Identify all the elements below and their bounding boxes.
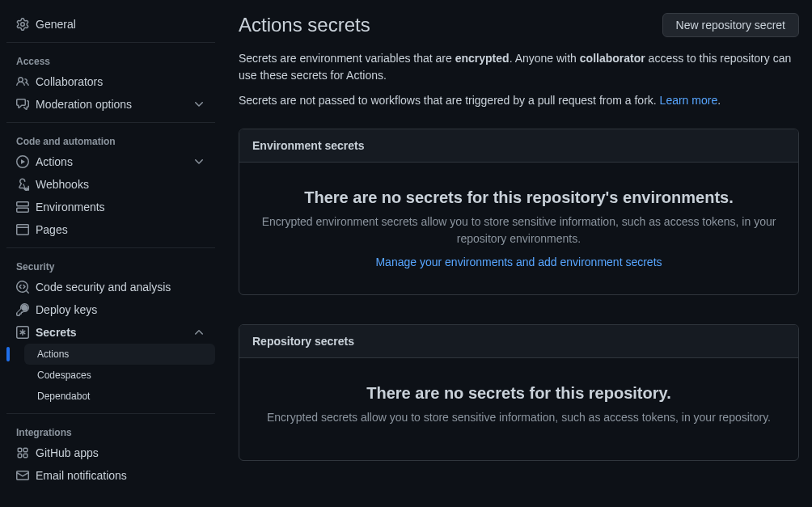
server-icon (16, 201, 29, 213)
sidebar-item-label: General (36, 18, 205, 31)
sidebar-item-codesecurity[interactable]: Code security and analysis (6, 276, 215, 298)
chevron-up-icon (192, 326, 205, 339)
sidebar-item-email[interactable]: Email notifications (6, 464, 215, 487)
panel-body: There are no secrets for this repository… (239, 358, 798, 460)
sidebar-item-label: Moderation options (36, 98, 186, 111)
sidebar-item-label: Pages (36, 223, 205, 236)
sidebar-item-label: Environments (36, 201, 205, 213)
page-header: Actions secrets New repository secret (239, 13, 799, 37)
main-content: Actions secrets New repository secret Se… (222, 0, 812, 507)
learn-more-link[interactable]: Learn more (660, 94, 718, 107)
comment-discussion-icon (16, 98, 29, 111)
sidebar-item-secrets[interactable]: Secrets (6, 321, 215, 344)
codescan-icon (16, 281, 29, 294)
sidebar-item-label: Collaborators (36, 75, 205, 88)
divider (6, 122, 215, 123)
settings-sidebar: General Access Collaborators Moderation … (0, 0, 222, 507)
sidebar-group-code: Code and automation (6, 129, 215, 150)
sidebar-group-security: Security (6, 255, 215, 276)
sidebar-item-collaborators[interactable]: Collaborators (6, 70, 215, 93)
sidebar-item-label: Actions (36, 155, 186, 168)
empty-desc: Encrypted secrets allow you to store sen… (259, 409, 779, 426)
environment-secrets-panel: Environment secrets There are no secrets… (239, 129, 799, 295)
sidebar-item-ghapps[interactable]: GitHub apps (6, 442, 215, 464)
sidebar-item-environments[interactable]: Environments (6, 196, 215, 218)
sidebar-subitem-dependabot[interactable]: Dependabot (24, 386, 215, 407)
webhook-icon (16, 178, 29, 191)
sidebar-item-general[interactable]: General (6, 13, 215, 36)
sidebar-item-actions[interactable]: Actions (6, 150, 215, 173)
empty-title: There are no secrets for this repository… (259, 188, 779, 207)
manage-environments-link[interactable]: Manage your environments and add environ… (375, 256, 662, 268)
key-icon (16, 303, 29, 316)
page-title: Actions secrets (239, 14, 370, 36)
intro-paragraph-2: Secrets are not passed to workflows that… (239, 92, 799, 109)
browser-icon (16, 223, 29, 236)
repository-secrets-panel: Repository secrets There are no secrets … (239, 324, 799, 461)
sidebar-group-access: Access (6, 49, 215, 70)
sidebar-item-label: Email notifications (36, 469, 205, 482)
sidebar-item-label: Deploy keys (36, 303, 205, 316)
sidebar-item-label: Code security and analysis (36, 281, 205, 294)
empty-desc: Encrypted environment secrets allow you … (259, 213, 779, 247)
sidebar-group-integrations: Integrations (6, 420, 215, 442)
mail-icon (16, 469, 29, 482)
sidebar-item-label: Secrets (36, 326, 186, 339)
key-asterisk-icon (16, 326, 29, 339)
sidebar-item-moderation[interactable]: Moderation options (6, 93, 215, 116)
panel-header: Environment secrets (239, 129, 798, 163)
secrets-sub-items: Actions Codespaces Dependabot (6, 344, 215, 407)
chevron-down-icon (192, 98, 205, 111)
divider (6, 42, 215, 43)
divider (6, 413, 215, 414)
intro-paragraph-1: Secrets are environment variables that a… (239, 50, 799, 84)
sidebar-subitem-actions[interactable]: Actions (24, 344, 215, 365)
sidebar-item-label: Webhooks (36, 178, 205, 191)
play-icon (16, 155, 29, 168)
chevron-down-icon (192, 155, 205, 168)
sidebar-item-label: GitHub apps (36, 446, 205, 459)
people-icon (16, 75, 29, 88)
sidebar-item-webhooks[interactable]: Webhooks (6, 173, 215, 196)
panel-body: There are no secrets for this repository… (239, 163, 798, 294)
empty-title: There are no secrets for this repository… (259, 384, 779, 403)
gear-icon (16, 18, 29, 31)
sidebar-subitem-codespaces[interactable]: Codespaces (24, 365, 215, 386)
sidebar-item-pages[interactable]: Pages (6, 218, 215, 241)
sidebar-item-deploykeys[interactable]: Deploy keys (6, 298, 215, 321)
apps-icon (16, 446, 29, 459)
panel-header: Repository secrets (239, 325, 798, 358)
new-secret-button[interactable]: New repository secret (662, 13, 799, 37)
divider (6, 247, 215, 248)
